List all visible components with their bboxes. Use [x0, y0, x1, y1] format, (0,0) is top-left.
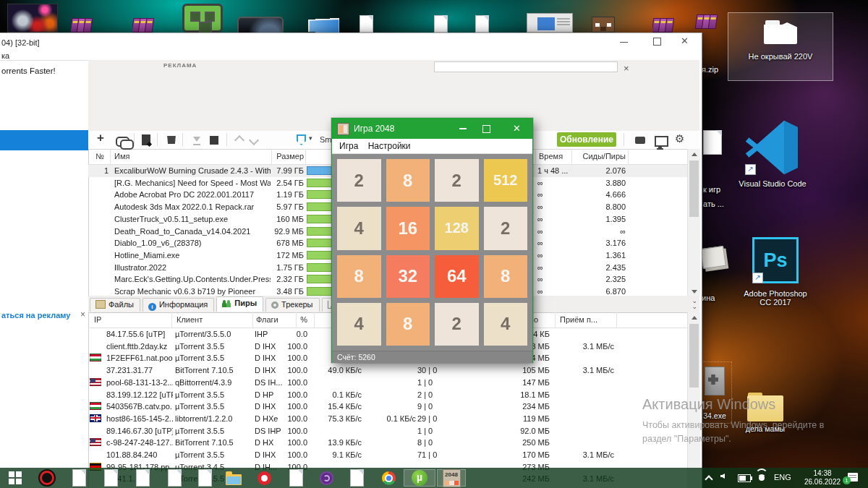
taskbar-screen-recorder-button[interactable]	[38, 469, 56, 487]
taskbar-document-button[interactable]	[101, 469, 120, 487]
taskbar-start-button[interactable]	[6, 469, 25, 487]
game-2048-app-icon	[337, 123, 349, 135]
col-client[interactable]: Клиент	[176, 315, 203, 324]
peer-row[interactable]: 89.146.67.30 [uTP]µTorrent 3.5.5DS IHP10…	[88, 425, 687, 437]
taskbar-document-button[interactable]	[195, 469, 214, 487]
taskbar: µ2048 ENG 14:38 26.06.2022 1	[0, 468, 868, 488]
language-indicator[interactable]: ENG	[774, 473, 791, 481]
sidebar-selected-item[interactable]	[0, 130, 88, 150]
collapse-panel-button[interactable]: ⌄⌄	[692, 298, 697, 309]
update-button[interactable]: Обновление	[557, 132, 616, 147]
game-close-button[interactable]: ✕	[513, 123, 521, 134]
taskbar-chrome-button[interactable]	[379, 469, 398, 487]
taskbar-document-button[interactable]	[286, 469, 305, 487]
desktop-icon-minecraft-head-icon[interactable]	[592, 0, 615, 33]
peers-icon	[222, 299, 231, 307]
game-maximize-button[interactable]	[482, 125, 490, 133]
desktop-icon-photoshop[interactable]: Ps ↗ Adobe Photoshop CC 2017	[732, 237, 819, 307]
peer-row[interactable]: pool-68-131-13-2...qBittorrent/4.3.9DS I…	[88, 377, 687, 389]
report-ad-close-icon[interactable]: ×	[80, 309, 85, 320]
ad-close-icon[interactable]: ×	[624, 63, 629, 74]
desktop-icon-vscode[interactable]: ↗ Visual Studio Code	[729, 120, 816, 188]
move-up-button[interactable]	[236, 134, 243, 144]
desktop-icon-document-icon[interactable]	[475, 0, 489, 33]
minimize-button[interactable]	[620, 42, 628, 43]
peer-row[interactable]: 83.199.12.122 [uTP]µTorrent 3.5.5D HP100…	[88, 389, 687, 401]
menu-game[interactable]: Игра	[339, 141, 358, 151]
desktop-icon-document-icon[interactable]	[359, 0, 373, 33]
taskbar-tor-browser-button[interactable]	[317, 469, 336, 487]
tile-8: 8	[386, 303, 430, 346]
tray-expand-icon[interactable]	[705, 475, 712, 483]
shield-caret-icon[interactable]: ▾	[309, 134, 312, 142]
yellow-folder-icon	[747, 393, 783, 421]
peer-row[interactable]: c-98-247-248-127....BitTorrent 7.10.5D H…	[88, 437, 687, 449]
remove-torrent-button[interactable]	[166, 132, 176, 144]
clock-date: 26.06.2022	[800, 478, 845, 487]
taskbar-utorrent-button[interactable]: µ	[404, 469, 435, 487]
game-2048-titlebar[interactable]: Игра 2048 ✕	[332, 119, 532, 139]
taskbar-document-button[interactable]	[133, 469, 152, 487]
game-minimize-button[interactable]	[459, 128, 467, 129]
taskbar-document-button[interactable]	[347, 469, 366, 487]
taskbar-folder-button[interactable]	[224, 469, 243, 487]
tile-16: 16	[386, 207, 430, 249]
remote-devices-icon[interactable]	[655, 134, 668, 147]
taskbar-document-button[interactable]	[69, 469, 88, 487]
close-button[interactable]: ✕	[681, 35, 689, 46]
maximize-button[interactable]	[653, 38, 661, 46]
add-torrent-button[interactable]: +	[97, 132, 104, 144]
battery-icon[interactable]	[738, 474, 751, 482]
desktop-icon-game-thumbnail[interactable]	[7, 0, 58, 33]
volume-icon[interactable]	[720, 474, 725, 479]
add-url-button[interactable]	[116, 134, 129, 147]
chat-icon[interactable]	[635, 134, 645, 144]
tab-пиры[interactable]: Пиры	[216, 296, 263, 312]
report-ad-link[interactable]: аться на рекламу	[1, 311, 70, 320]
settings-gear-icon[interactable]: ⚙	[675, 132, 684, 145]
desktop-icon-mama-folder[interactable]: дела мамы	[742, 393, 788, 433]
taskbar-clock[interactable]: 14:38 26.06.2022	[800, 469, 845, 487]
desktop-icon-exe[interactable]: 34.exe	[697, 361, 732, 424]
taskbar-opera-button[interactable]	[255, 469, 273, 487]
col-rate[interactable]: Приём п...	[560, 315, 597, 324]
tab-трекеры[interactable]: Трекеры	[265, 298, 319, 312]
peer-row[interactable]: host86-165-145-2...libtorrent/1.2.2.0D H…	[88, 413, 687, 425]
desktop-icon-winrar-icon[interactable]	[71, 0, 93, 33]
ad-search-box[interactable]	[434, 61, 618, 72]
notification-center-icon[interactable]: 1	[848, 473, 858, 481]
desktop-icon-creeper-icon[interactable]	[182, 0, 223, 33]
start-download-button[interactable]	[193, 134, 200, 145]
col-ip[interactable]: IP	[94, 315, 101, 324]
desktop-icon-eve-icon[interactable]	[237, 0, 284, 33]
wifi-icon[interactable]	[757, 473, 767, 481]
col-name[interactable]: Имя	[114, 152, 129, 160]
shield-icon[interactable]	[297, 134, 306, 145]
peer-row[interactable]: 5403567B.catv.po...µTorrent 3.5.5D IHX10…	[88, 401, 687, 413]
torrent-list-scrollbar[interactable]	[687, 149, 700, 297]
create-torrent-button[interactable]	[142, 134, 150, 145]
peer-row[interactable]: 37.231.31.77BitTorrent 7.10.5D IHX100.04…	[88, 364, 687, 377]
desktop-icon-monitor-icon[interactable]	[306, 0, 339, 33]
peers-table-scrollbar[interactable]	[687, 312, 700, 488]
utorrent-menu-fragment[interactable]: ка	[1, 51, 9, 60]
desktop-icon-window-preview-icon[interactable]	[527, 0, 573, 33]
desktop-icon-folder-220v[interactable]: Не окрывай 220V	[728, 12, 833, 81]
col-num[interactable]: №	[88, 152, 104, 160]
peer-row[interactable]: 101.88.84.240µTorrent 3.5.5D IHX100.09.1…	[88, 449, 687, 461]
desktop-icon-winrar-icon[interactable]	[132, 0, 154, 33]
tab-информация[interactable]: iИнформация	[142, 298, 214, 312]
taskbar-game-2048-button[interactable]: 2048	[437, 469, 466, 487]
tab-файлы[interactable]: Файлы	[90, 298, 140, 312]
move-down-button[interactable]	[250, 137, 258, 144]
icon-label-fragment: ина	[702, 294, 715, 302]
desktop-icon-document-icon[interactable]	[434, 0, 448, 33]
col-size[interactable]: Размер	[269, 152, 304, 160]
menu-settings[interactable]: Настройки	[368, 141, 411, 151]
col-ratio[interactable]: Сиды/Пиры	[551, 152, 626, 160]
desktop-icon-winrar-icon[interactable]	[652, 0, 674, 33]
taskbar-document-button[interactable]	[165, 469, 184, 487]
stop-button[interactable]	[210, 134, 218, 145]
photoshop-label-line1: Adobe Photoshop	[732, 289, 819, 298]
col-pct[interactable]: %	[273, 315, 307, 324]
